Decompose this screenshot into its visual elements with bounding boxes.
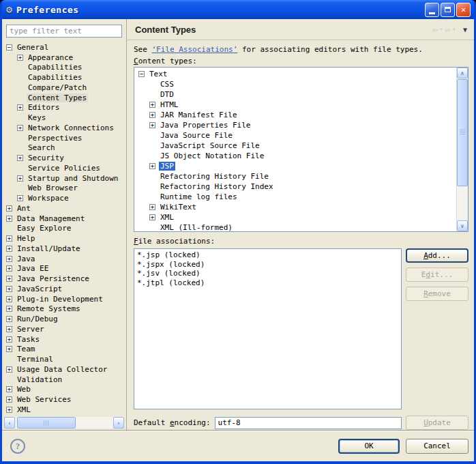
- file-associations-link[interactable]: ‘File Associations’: [152, 45, 238, 54]
- tree-item[interactable]: +Security: [2, 153, 126, 163]
- expand-icon[interactable]: +: [17, 155, 23, 161]
- expand-icon[interactable]: +: [6, 246, 12, 252]
- collapse-icon[interactable]: −: [6, 44, 12, 50]
- expand-icon[interactable]: +: [6, 326, 12, 332]
- tree-item[interactable]: +XML: [2, 405, 126, 415]
- expand-icon[interactable]: +: [6, 306, 12, 312]
- expand-icon[interactable]: +: [6, 205, 12, 212]
- tree-item[interactable]: +JavaScript: [2, 284, 126, 294]
- h-scrollbar-track[interactable]: [15, 417, 113, 429]
- expand-icon[interactable]: +: [6, 286, 12, 292]
- tree-item[interactable]: Search: [2, 143, 126, 154]
- tree-item[interactable]: CSS: [134, 79, 456, 89]
- expand-icon[interactable]: +: [6, 396, 12, 403]
- tree-item[interactable]: +Java EE: [2, 264, 126, 274]
- tree-item[interactable]: +Data Management: [2, 214, 126, 224]
- expand-icon[interactable]: +: [6, 265, 12, 272]
- expand-icon[interactable]: +: [6, 386, 12, 392]
- default-encoding-input[interactable]: [215, 417, 402, 429]
- tree-item[interactable]: +Network Connections: [2, 123, 126, 133]
- tree-item[interactable]: +Editors: [2, 103, 126, 113]
- tree-item[interactable]: XML (Ill-formed): [134, 222, 456, 231]
- tree-item[interactable]: +Web: [2, 385, 126, 395]
- tree-item[interactable]: +Help: [2, 233, 126, 244]
- tree-item[interactable]: +Java Persistence: [2, 274, 126, 284]
- tree-item[interactable]: JS Object Notation File: [134, 151, 456, 161]
- v-scrollbar-thumb[interactable]: [457, 79, 468, 186]
- tree-item[interactable]: +JAR Manifest File: [134, 110, 456, 120]
- tree-item[interactable]: Refactoring History Index: [134, 182, 456, 192]
- tree-item[interactable]: Validation: [2, 375, 126, 385]
- vertical-scrollbar[interactable]: ∧ ∨: [456, 68, 468, 231]
- tree-item[interactable]: +Tasks: [2, 334, 126, 345]
- minimize-button[interactable]: [425, 3, 439, 17]
- tree-item[interactable]: −Text: [134, 69, 456, 79]
- tree-item[interactable]: +Ant: [2, 203, 126, 214]
- expand-icon[interactable]: +: [6, 296, 12, 302]
- tree-item[interactable]: Perspectives: [2, 133, 126, 143]
- expand-icon[interactable]: +: [149, 204, 155, 210]
- tree-item[interactable]: Refactoring History File: [134, 171, 456, 182]
- list-item[interactable]: *.jsp (locked): [137, 250, 398, 260]
- expand-icon[interactable]: +: [6, 346, 12, 352]
- tree-item[interactable]: DTD: [134, 89, 456, 100]
- expand-icon[interactable]: +: [6, 366, 12, 373]
- h-scrollbar-thumb[interactable]: [17, 417, 76, 429]
- horizontal-scrollbar[interactable]: ‹ ›: [4, 417, 124, 429]
- tree-item[interactable]: +HTML: [134, 100, 456, 110]
- tree-item[interactable]: +JSP: [134, 161, 456, 171]
- list-item[interactable]: *.jtpl (locked): [137, 278, 398, 288]
- tree-item[interactable]: JavaScript Source File: [134, 141, 456, 151]
- expand-icon[interactable]: +: [6, 336, 12, 343]
- tree-item[interactable]: +XML: [134, 212, 456, 222]
- tree-item[interactable]: Content Types: [2, 93, 126, 103]
- scroll-down-button[interactable]: ∨: [457, 220, 468, 231]
- v-scrollbar-track[interactable]: [457, 78, 468, 220]
- tree-item[interactable]: Java Source File: [134, 130, 456, 141]
- collapse-icon[interactable]: −: [138, 71, 145, 77]
- list-item[interactable]: *.jspx (locked): [137, 260, 398, 270]
- tree-item[interactable]: Runtime log files: [134, 192, 456, 202]
- expand-icon[interactable]: +: [6, 276, 12, 282]
- scroll-left-button[interactable]: ‹: [4, 417, 15, 429]
- ok-button[interactable]: OK: [338, 439, 400, 454]
- tree-item[interactable]: +Remote Systems: [2, 304, 126, 315]
- tree-item[interactable]: +Startup and Shutdown: [2, 173, 126, 184]
- tree-item[interactable]: +Java: [2, 254, 126, 264]
- view-menu-button[interactable]: ▼: [458, 26, 467, 33]
- tree-item[interactable]: +Plug-in Development: [2, 294, 126, 304]
- expand-icon[interactable]: +: [6, 235, 12, 242]
- filter-input[interactable]: [6, 25, 122, 38]
- tree-item[interactable]: +Run/Debug: [2, 314, 126, 324]
- file-associations-list[interactable]: *.jsp (locked)*.jspx (locked)*.jsv (lock…: [134, 248, 402, 409]
- tree-item[interactable]: Keys: [2, 113, 126, 123]
- expand-icon[interactable]: +: [149, 122, 155, 128]
- expand-icon[interactable]: +: [17, 195, 23, 201]
- add-button[interactable]: Add...: [406, 248, 468, 263]
- tree-item[interactable]: Terminal: [2, 354, 126, 364]
- tree-item[interactable]: +Usage Data Collector: [2, 364, 126, 375]
- list-item[interactable]: *.jsv (locked): [137, 269, 398, 278]
- expand-icon[interactable]: +: [6, 407, 12, 413]
- tree-item[interactable]: +Appearance: [2, 53, 126, 63]
- expand-icon[interactable]: +: [149, 163, 155, 169]
- close-button[interactable]: ✕: [456, 3, 471, 17]
- expand-icon[interactable]: +: [6, 256, 12, 262]
- scroll-right-button[interactable]: ›: [113, 417, 124, 429]
- tree-item[interactable]: Web Browser: [2, 184, 126, 194]
- cancel-button[interactable]: Cancel: [406, 439, 468, 454]
- tree-item[interactable]: +Workspace: [2, 193, 126, 203]
- tree-item[interactable]: +Install/Update: [2, 244, 126, 254]
- tree-item[interactable]: Service Policies: [2, 163, 126, 173]
- expand-icon[interactable]: +: [17, 55, 23, 61]
- expand-icon[interactable]: +: [6, 216, 12, 222]
- tree-item[interactable]: +Web Services: [2, 394, 126, 405]
- tree-item[interactable]: Capabilities: [2, 72, 126, 83]
- maximize-button[interactable]: [441, 3, 455, 17]
- expand-icon[interactable]: +: [6, 316, 12, 322]
- expand-icon[interactable]: +: [17, 125, 23, 131]
- tree-item[interactable]: −General: [2, 42, 126, 53]
- tree-item[interactable]: Compare/Patch: [2, 83, 126, 93]
- scroll-up-button[interactable]: ∧: [457, 68, 468, 78]
- tree-item[interactable]: Easy Explore: [2, 224, 126, 234]
